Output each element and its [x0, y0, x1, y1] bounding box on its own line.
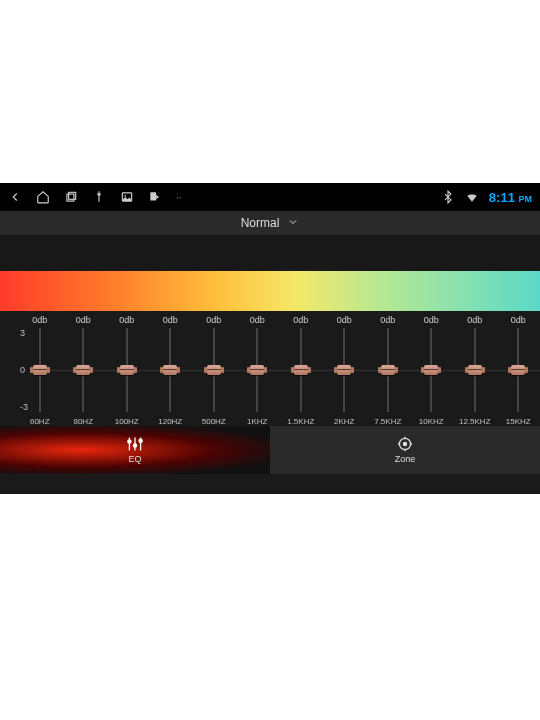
spectrum-gradient	[0, 271, 540, 311]
slider-thumb[interactable]	[31, 363, 49, 377]
picture-icon[interactable]	[120, 190, 134, 204]
usb-icon[interactable]	[92, 190, 106, 204]
svg-point-8	[128, 440, 131, 443]
svg-point-12	[403, 442, 406, 445]
slider-thumb[interactable]	[509, 363, 527, 377]
freq-label: 7.5KHZ	[366, 417, 410, 426]
freq-label: 80HZ	[62, 417, 106, 426]
tab-zone-label: Zone	[395, 454, 416, 464]
tab-zone[interactable]: Zone	[270, 426, 540, 474]
svg-rect-1	[69, 192, 76, 199]
freq-label: 1.5KHZ	[279, 417, 323, 426]
back-icon[interactable]	[8, 190, 22, 204]
slider-thumb[interactable]	[248, 363, 266, 377]
slider-thumb[interactable]	[118, 363, 136, 377]
freq-label: 10KHZ	[410, 417, 454, 426]
db-label: 0db	[323, 315, 367, 325]
db-label: 0db	[410, 315, 454, 325]
clock: 8:11 PM	[489, 190, 532, 205]
svg-point-3	[124, 195, 126, 197]
slider-thumb[interactable]	[422, 363, 440, 377]
freq-label: 60HZ	[18, 417, 62, 426]
slider-thumb[interactable]	[161, 363, 179, 377]
eq-slider[interactable]	[62, 325, 106, 415]
db-label: 0db	[497, 315, 541, 325]
status-bar: ·· 8:11 PM	[0, 183, 540, 211]
db-label: 0db	[192, 315, 236, 325]
db-label: 0db	[236, 315, 280, 325]
eq-slider[interactable]	[149, 325, 193, 415]
preset-selector[interactable]: Normal	[0, 211, 540, 235]
db-label: 0db	[149, 315, 193, 325]
eq-slider[interactable]	[410, 325, 454, 415]
spectrum-bg	[0, 235, 540, 271]
equalizer: 0db0db0db0db0db0db0db0db0db0db0db0db 3 0…	[0, 311, 540, 426]
slider-thumb[interactable]	[466, 363, 484, 377]
tab-eq-label: EQ	[128, 454, 141, 464]
eq-slider[interactable]	[366, 325, 410, 415]
freq-label: 15KHZ	[497, 417, 541, 426]
tab-eq[interactable]: EQ	[0, 426, 270, 474]
freq-label: 2KHZ	[323, 417, 367, 426]
eq-slider[interactable]	[192, 325, 236, 415]
home-icon[interactable]	[36, 190, 50, 204]
svg-rect-0	[67, 194, 74, 201]
preset-label: Normal	[241, 216, 280, 230]
svg-rect-4	[150, 192, 156, 200]
db-label: 0db	[18, 315, 62, 325]
chevron-down-icon	[287, 216, 299, 231]
bottom-tabs: EQ Zone	[0, 426, 540, 474]
wifi-icon	[465, 190, 479, 204]
db-label: 0db	[366, 315, 410, 325]
svg-point-9	[133, 444, 136, 447]
slider-thumb[interactable]	[74, 363, 92, 377]
eq-slider[interactable]	[497, 325, 541, 415]
freq-label: 1KHZ	[236, 417, 280, 426]
bluetooth-icon	[441, 190, 455, 204]
slider-thumb[interactable]	[205, 363, 223, 377]
eq-slider[interactable]	[236, 325, 280, 415]
more-icon[interactable]: ··	[176, 192, 182, 203]
eq-slider[interactable]	[323, 325, 367, 415]
db-label: 0db	[453, 315, 497, 325]
freq-label: 120HZ	[149, 417, 193, 426]
svg-point-10	[139, 439, 142, 442]
eq-screen: ·· 8:11 PM Normal 0db0db0db0db0db0db0db0…	[0, 183, 540, 494]
slider-thumb[interactable]	[292, 363, 310, 377]
eq-slider[interactable]	[105, 325, 149, 415]
slider-thumb[interactable]	[379, 363, 397, 377]
app-icon[interactable]	[148, 190, 162, 204]
eq-slider[interactable]	[279, 325, 323, 415]
eq-slider[interactable]	[453, 325, 497, 415]
recents-icon[interactable]	[64, 190, 78, 204]
eq-slider[interactable]	[18, 325, 62, 415]
db-label: 0db	[62, 315, 106, 325]
freq-label: 500HZ	[192, 417, 236, 426]
db-label: 0db	[105, 315, 149, 325]
db-label: 0db	[279, 315, 323, 325]
freq-label: 12.5KHZ	[453, 417, 497, 426]
slider-thumb[interactable]	[335, 363, 353, 377]
freq-label: 100HZ	[105, 417, 149, 426]
